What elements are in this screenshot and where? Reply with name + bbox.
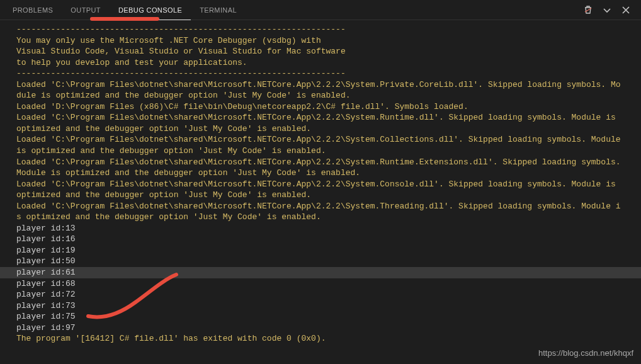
console-line: Loaded 'C:\Program Files\dotnet\shared\M… <box>0 201 641 223</box>
close-panel-icon[interactable] <box>620 4 632 16</box>
debug-panel: PROBLEMS OUTPUT DEBUG CONSOLE TERMINAL -… <box>0 0 641 364</box>
console-line: Loaded 'C:\Program Files\dotnet\shared\M… <box>0 157 641 179</box>
console-line: player id:97 <box>0 322 641 334</box>
console-line: to help you develop and test your applic… <box>0 57 641 69</box>
console-line: Loaded 'C:\Program Files\dotnet\shared\M… <box>0 112 641 134</box>
watermark-text: https://blog.csdn.net/khqxf <box>538 348 633 358</box>
console-output[interactable]: ----------------------------------------… <box>0 20 641 364</box>
console-line: Loaded 'C:\Program Files\dotnet\shared\M… <box>0 134 641 156</box>
console-line: player id:72 <box>0 289 641 300</box>
console-line: player id:16 <box>0 234 641 245</box>
console-line: player id:19 <box>0 245 641 256</box>
console-line: The program '[16412] C# file.dll' has ex… <box>0 333 641 344</box>
console-line: Visual Studio Code, Visual Studio or Vis… <box>0 46 641 57</box>
console-line: player id:13 <box>0 223 641 234</box>
console-line-selected: player id:61 <box>0 267 641 278</box>
console-line: Loaded 'C:\Program Files\dotnet\shared\M… <box>0 179 641 201</box>
clear-console-icon[interactable] <box>582 4 594 16</box>
console-line: player id:73 <box>0 300 641 312</box>
console-line: player id:68 <box>0 278 641 290</box>
console-line: You may only use the Microsoft .NET Core… <box>0 35 641 47</box>
tab-terminal[interactable]: TERMINAL <box>191 0 246 20</box>
console-line: player id:50 <box>0 256 641 267</box>
console-line: Loaded 'C:\Program Files\dotnet\shared\M… <box>0 79 641 101</box>
console-line: player id:75 <box>0 311 641 322</box>
console-line: Loaded 'D:\Program Files (x86)\C# file\b… <box>0 101 641 113</box>
console-line: ----------------------------------------… <box>0 68 641 79</box>
chevron-down-icon[interactable] <box>601 4 613 16</box>
console-line: ----------------------------------------… <box>0 24 641 35</box>
panel-actions <box>582 4 637 16</box>
hand-annotation-tab-underline <box>90 17 159 21</box>
tab-problems[interactable]: PROBLEMS <box>4 0 62 20</box>
